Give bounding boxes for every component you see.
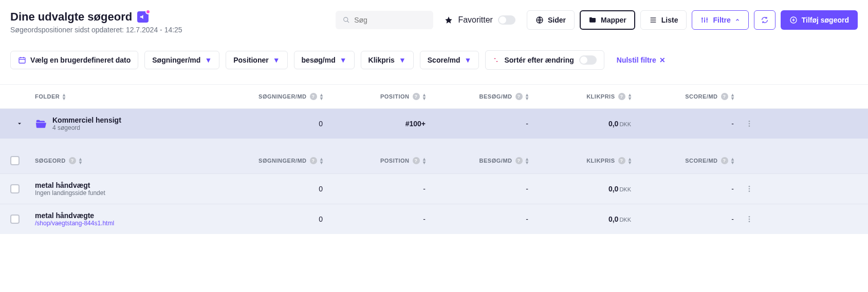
- table-header: FOLDER ▴▾ SØGNINGER/MD ? ▴▾ POSITION ? ▴…: [0, 84, 868, 109]
- page-header: Dine udvalgte søgeord Søgeordspositioner…: [0, 0, 868, 40]
- sub-col-cpc[interactable]: KLIKPRIS ? ▴▾: [528, 157, 631, 164]
- favorites-switch[interactable]: [498, 15, 515, 25]
- folder-icon: [588, 16, 597, 24]
- row-checkbox[interactable]: [10, 215, 20, 224]
- col-folder-label: FOLDER: [35, 93, 60, 100]
- positions-filter[interactable]: Positioner ▼: [226, 51, 287, 69]
- help-icon[interactable]: ?: [413, 157, 420, 164]
- keyword-name: metal håndvægte: [35, 211, 220, 220]
- help-icon[interactable]: ?: [618, 157, 625, 164]
- custom-date-filter[interactable]: Vælg en brugerdefineret dato: [10, 51, 138, 69]
- folder-searches: 0: [220, 120, 323, 128]
- col-searches[interactable]: SØGNINGER/MD ? ▴▾: [220, 93, 323, 100]
- col-folder[interactable]: FOLDER ▴▾: [35, 93, 220, 100]
- keyword-row[interactable]: metal håndvægt Ingen landingsside fundet…: [0, 173, 868, 204]
- folder-position: #100+: [323, 120, 426, 128]
- folder-cpc: 0,0DKK: [528, 120, 631, 128]
- favorites-toggle[interactable]: Favoritter: [438, 10, 522, 30]
- sort-change-switch[interactable]: [579, 55, 597, 65]
- reset-filters-label: Nulstil filtre: [617, 56, 656, 64]
- sub-col-searches[interactable]: SØGNINGER/MD ? ▴▾: [220, 157, 323, 164]
- sub-col-keyword[interactable]: SØGEORD ? ▴▾: [35, 157, 220, 164]
- svg-point-22: [749, 186, 750, 187]
- help-icon[interactable]: ?: [515, 93, 523, 100]
- folder-expand-toggle[interactable]: [4, 121, 35, 127]
- sub-table-header: SØGEORD ? ▴▾ SØGNINGER/MD ? ▴▾ POSITION …: [0, 139, 868, 173]
- refresh-button[interactable]: [754, 10, 775, 30]
- select-all-checkbox[interactable]: [10, 156, 20, 165]
- chevron-down-icon: ▼: [340, 56, 347, 64]
- help-icon[interactable]: ?: [413, 93, 420, 100]
- help-icon[interactable]: ?: [69, 157, 76, 164]
- sort-arrows-icon: [493, 56, 499, 64]
- svg-point-23: [749, 188, 750, 190]
- filters-label: Filtre: [713, 16, 730, 24]
- pages-label: Sider: [548, 16, 566, 24]
- row-more-menu[interactable]: [734, 185, 765, 193]
- chevron-down-icon: ▼: [273, 56, 280, 64]
- help-icon[interactable]: ?: [515, 157, 523, 164]
- searches-filter[interactable]: Søgninger/md ▼: [144, 51, 219, 69]
- list-icon: [649, 16, 657, 24]
- keyword-score: -: [631, 185, 734, 193]
- visits-filter-label: besøg/md: [302, 56, 336, 64]
- row-checkbox[interactable]: [10, 184, 20, 193]
- add-keyword-button[interactable]: Tilføj søgeord: [781, 10, 858, 30]
- keyword-score: -: [631, 215, 734, 223]
- close-icon: ✕: [659, 56, 666, 64]
- score-filter[interactable]: Score/md ▼: [420, 51, 479, 69]
- sub-col-score[interactable]: SCORE/MD ? ▴▾: [631, 157, 734, 164]
- list-view-button[interactable]: Liste: [640, 10, 687, 30]
- keyword-position: -: [323, 215, 426, 223]
- filters-button[interactable]: Filtre: [692, 10, 748, 30]
- keyword-searches: 0: [220, 185, 323, 193]
- dots-vertical-icon: [745, 215, 753, 223]
- keyword-landing-page-link[interactable]: /shop/vaegtstang-844s1.html: [35, 220, 220, 227]
- sub-col-score-label: SCORE/MD: [685, 158, 717, 164]
- help-icon[interactable]: ?: [310, 93, 317, 100]
- svg-point-24: [749, 190, 750, 192]
- reset-filters-link[interactable]: Nulstil filtre ✕: [617, 56, 666, 64]
- sort-icon: ▴▾: [731, 157, 734, 164]
- sort-change-label: Sortér efter ændring: [504, 56, 574, 64]
- col-position[interactable]: POSITION ? ▴▾: [323, 93, 426, 100]
- keyword-cell: metal håndvægte /shop/vaegtstang-844s1.h…: [35, 211, 220, 227]
- announcement-icon[interactable]: [137, 11, 149, 23]
- keyword-visits: -: [426, 215, 528, 223]
- chevron-down-icon: ▼: [399, 56, 406, 64]
- col-score[interactable]: SCORE/MD ? ▴▾: [631, 93, 734, 100]
- folder-more-menu[interactable]: [734, 120, 765, 128]
- search-input[interactable]: [354, 16, 426, 24]
- help-icon[interactable]: ?: [721, 157, 728, 164]
- positions-filter-label: Positioner: [233, 56, 268, 64]
- visits-filter[interactable]: besøg/md ▼: [294, 51, 355, 69]
- plus-circle-icon: [789, 16, 798, 24]
- sub-col-position[interactable]: POSITION ? ▴▾: [323, 157, 426, 164]
- dots-vertical-icon: [745, 185, 753, 193]
- help-icon[interactable]: ?: [721, 93, 728, 100]
- folders-view-button[interactable]: Mapper: [580, 10, 635, 30]
- chevron-down-icon: [16, 121, 23, 127]
- row-more-menu[interactable]: [734, 215, 765, 223]
- sort-by-change-toggle[interactable]: Sortér efter ændring: [485, 50, 604, 70]
- sliders-icon: [700, 16, 709, 24]
- dots-vertical-icon: [745, 120, 753, 128]
- help-icon[interactable]: ?: [618, 93, 625, 100]
- cpc-filter[interactable]: Klikpris ▼: [361, 51, 414, 69]
- col-visits[interactable]: BESØG/MD ? ▴▾: [426, 93, 528, 100]
- col-cpc[interactable]: KLIKPRIS ? ▴▾: [528, 93, 631, 100]
- col-position-label: POSITION: [380, 93, 410, 100]
- folder-row[interactable]: Kommerciel hensigt 4 søgeord 0 #100+ - 0…: [0, 109, 868, 139]
- sub-col-visits[interactable]: BESØG/MD ? ▴▾: [426, 157, 528, 164]
- search-box[interactable]: [336, 11, 433, 29]
- notification-dot-icon: [145, 9, 151, 14]
- filters-row: Vælg en brugerdefineret dato Søgninger/m…: [0, 40, 868, 84]
- keyword-row[interactable]: metal håndvægte /shop/vaegtstang-844s1.h…: [0, 204, 868, 234]
- title-row: Dine udvalgte søgeord: [10, 10, 182, 24]
- svg-point-26: [749, 219, 750, 220]
- chevron-down-icon: ▼: [205, 56, 212, 64]
- col-cpc-label: KLIKPRIS: [586, 93, 615, 100]
- help-icon[interactable]: ?: [310, 157, 317, 164]
- svg-point-19: [749, 121, 750, 122]
- pages-view-button[interactable]: Sider: [527, 10, 575, 30]
